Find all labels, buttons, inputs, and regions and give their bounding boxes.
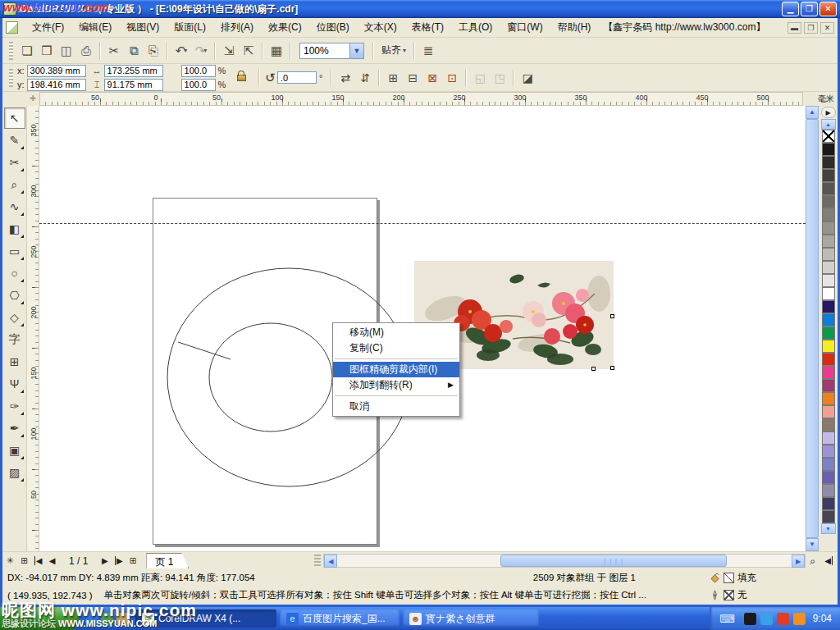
zoom-level-input[interactable] [299,43,350,59]
zoom-tool[interactable]: ⌕ [4,174,25,195]
palette-scroll-down-icon[interactable]: ▼ [821,523,836,534]
scroll-left-arrow-icon[interactable]: ◀ [324,555,337,568]
color-swatch-3[interactable] [822,182,835,195]
copy-button[interactable]: ⧉ [124,41,144,61]
menu-item-7[interactable]: 文本(X) [357,18,404,37]
color-swatch-4[interactable] [822,195,835,208]
color-swatch-0[interactable] [822,143,835,156]
menu-item-0[interactable]: 文件(F) [25,18,71,37]
mirror-vertical-button[interactable]: ⇵ [355,68,375,88]
doc-close-button[interactable]: ✕ [820,22,834,34]
pane-splitter[interactable] [314,555,321,568]
freehand-tool[interactable]: ∿ [4,196,25,217]
last-page-button[interactable]: ▶ [112,554,126,568]
scroll-right-arrow-icon[interactable]: ▶ [792,555,805,568]
outline-pen-tool[interactable]: ✒ [4,418,25,439]
color-swatch-12[interactable] [822,300,835,313]
palette-flyout-button[interactable]: ▶ [821,107,836,118]
page-tab[interactable]: 页 1 [146,553,189,568]
context-menu-item-3[interactable]: 添加到翻转(R)▶ [333,377,459,393]
context-menu-item-0[interactable]: 移动(M) [333,325,459,340]
scroll-down-arrow-icon[interactable]: ▼ [806,538,819,551]
property-bar-grip[interactable] [9,69,13,87]
color-swatch-26[interactable] [822,484,835,497]
menu-item-2[interactable]: 视图(V) [119,18,167,37]
options-button[interactable]: ≣ [418,41,438,61]
toolbar-grip[interactable] [9,42,13,60]
ellipse-tool[interactable]: ○ [4,262,25,284]
add-page-button-2[interactable]: ⊞ [126,554,139,568]
no-color-swatch[interactable] [822,130,835,143]
scroll-up-arrow-icon[interactable]: ▲ [806,106,819,119]
scale-x-field[interactable] [181,65,216,77]
color-swatch-8[interactable] [822,248,835,261]
undo-button[interactable]: ↶▾ [171,41,191,61]
selection-handle[interactable] [610,366,614,370]
color-swatch-24[interactable] [822,458,835,471]
new-button[interactable]: ❏ [17,41,37,61]
polygon-tool[interactable]: ⎔ [4,285,25,306]
eyedropper-tool[interactable]: ✑ [4,395,25,417]
context-menu-item-2[interactable]: 图框精确剪裁内部(I) [333,362,459,377]
rectangle-tool[interactable]: ▭ [4,240,25,262]
crop-tool[interactable]: ✂ [4,152,25,173]
mirror-horizontal-button[interactable]: ⇄ [336,68,355,88]
scale-y-field[interactable] [181,79,216,91]
color-swatch-22[interactable] [822,431,835,445]
task-button-2[interactable]: ☻寳ナ繠さ创意群 [403,609,539,628]
color-swatch-16[interactable] [822,353,835,366]
horizontal-scroll-thumb[interactable]: ❘❘❘❘ [500,555,726,567]
interactive-blend-tool[interactable]: Ψ [4,373,25,395]
add-page-button[interactable]: ⊞ [17,554,31,568]
export-button[interactable]: ⇱ [239,41,258,61]
zoom-fit-button[interactable]: ⌕ [806,554,819,568]
shape-tool[interactable]: ✎ [4,130,25,151]
color-swatch-28[interactable] [822,510,835,523]
fill-tool[interactable]: ▣ [4,440,25,461]
vertical-scrollbar[interactable]: ▲ ▼ [806,106,819,551]
rotation-angle-field[interactable] [277,71,317,84]
guideline[interactable] [39,223,806,224]
first-page-button[interactable]: ◀ [31,554,45,568]
color-swatch-25[interactable] [822,471,835,484]
open-button[interactable]: ❒ [37,41,57,61]
import-button[interactable]: ⇲ [219,41,239,61]
basic-shapes-tool[interactable]: ◇ [4,307,25,328]
task-button-1[interactable]: e百度图片搜索_国... [280,609,399,628]
palette-scroll-up-icon[interactable]: ▲ [821,119,836,130]
smart-fill-tool[interactable]: ◧ [4,218,25,240]
messenger-icon[interactable] [760,613,773,625]
next-page-button[interactable]: ▶ [98,554,112,568]
menu-item-5[interactable]: 效果(C) [261,18,309,37]
color-swatch-18[interactable] [822,379,835,392]
chevron-down-icon[interactable]: ▾ [203,47,207,54]
restore-button[interactable]: ❐ [801,2,818,16]
y-position-field[interactable] [27,79,86,91]
color-swatch-17[interactable] [822,366,835,379]
menu-item-8[interactable]: 表格(T) [404,18,451,37]
zoom-level-combo[interactable]: ▼ [299,43,364,59]
color-swatch-1[interactable] [822,156,835,169]
application-launcher-button[interactable]: ▦ [267,41,286,61]
minimize-button[interactable]: ▁ [782,2,799,16]
ruler-origin-corner[interactable]: ✛ [2,92,39,106]
color-swatch-14[interactable] [822,326,835,340]
selection-handle[interactable] [591,367,596,371]
context-menu-item-1[interactable]: 复制(C) [333,340,459,356]
color-swatch-10[interactable] [822,274,835,287]
ungroup-all-button[interactable]: ⊠ [422,68,442,88]
context-menu-item-4[interactable]: 取消 [333,399,459,414]
snap-to-dropdown[interactable]: 贴齐▾ [377,41,410,60]
vertical-scroll-thumb[interactable] [806,119,819,538]
color-swatch-11[interactable] [822,287,835,300]
color-swatch-21[interactable] [822,418,835,431]
object-height-field[interactable] [104,79,163,91]
horizontal-scrollbar[interactable]: ◀ ❘❘❘❘ ▶ [323,554,806,568]
text-tool[interactable]: 字 [4,329,25,350]
order-button[interactable]: ◪ [518,68,537,88]
qq-icon[interactable] [744,613,756,625]
color-swatch-9[interactable] [822,261,835,274]
ungroup-button[interactable]: ⊟ [403,68,422,88]
interactive-fill-tool[interactable]: ▨ [4,462,25,483]
cut-button[interactable]: ✂ [104,41,124,61]
